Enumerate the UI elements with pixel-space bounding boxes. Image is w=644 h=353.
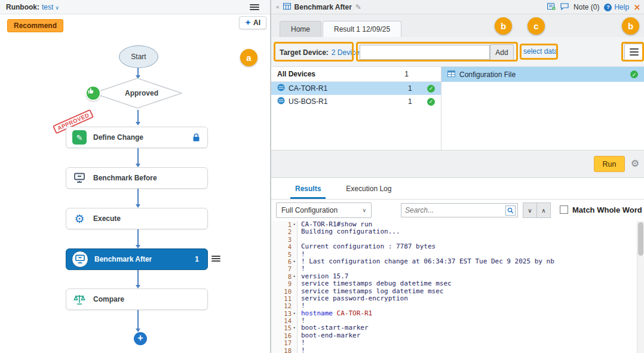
node-menu-icon[interactable] bbox=[211, 254, 220, 263]
runbook-label: Runbook: bbox=[6, 3, 39, 11]
annotation-letter-b: b bbox=[622, 17, 639, 35]
vertical-scrollbar[interactable] bbox=[637, 221, 644, 353]
add-device-button[interactable]: Add bbox=[490, 44, 514, 60]
configuration-file-row[interactable]: Configuration File bbox=[441, 67, 644, 82]
node-benchmark-before[interactable]: Benchmark Before bbox=[66, 167, 208, 189]
target-device-dropdown[interactable]: Target Device: 2 Devices bbox=[276, 44, 372, 61]
device-icon bbox=[277, 84, 285, 93]
feedback-icon[interactable] bbox=[560, 3, 569, 12]
flow-arrow bbox=[137, 310, 139, 329]
node-start[interactable]: Start bbox=[119, 45, 158, 68]
detail-panel-title: Benchmark After bbox=[295, 3, 352, 11]
add-device-input[interactable] bbox=[360, 45, 490, 60]
results-tab-bar: Results Execution Log bbox=[271, 178, 644, 199]
schedule-icon[interactable] bbox=[547, 2, 556, 12]
all-devices-label: All Devices bbox=[277, 70, 404, 78]
node-execute[interactable]: Execute bbox=[66, 208, 208, 229]
flow-arrow bbox=[137, 270, 139, 285]
run-bar: Run bbox=[271, 151, 644, 178]
configuration-file-label: Configuration File bbox=[459, 70, 626, 79]
node-result-count-badge: 1 bbox=[195, 255, 199, 263]
node-compare-label: Compare bbox=[93, 295, 124, 303]
runbook-name-dropdown[interactable]: test bbox=[42, 3, 59, 11]
node-benchmark-after[interactable]: Benchmark After 1 bbox=[66, 248, 208, 270]
search-box bbox=[401, 203, 518, 217]
node-define-change[interactable]: Define Change bbox=[66, 127, 208, 148]
node-benchmark-before-label: Benchmark Before bbox=[93, 174, 157, 182]
tab-execution-log[interactable]: Execution Log bbox=[336, 178, 401, 199]
device-name: CA-TOR-R1 bbox=[289, 84, 404, 93]
node-detail-panel: Benchmark After Note (0) Help Home Resul… bbox=[271, 0, 644, 353]
help-label: Help bbox=[614, 3, 629, 11]
device-result-count: 1 bbox=[408, 84, 424, 93]
node-start-label: Start bbox=[131, 53, 146, 61]
runbook-panel: Runbook: test Recommend AI Start bbox=[0, 0, 271, 353]
device-list: All Devices 1 CA-TOR-R1 1 US-BOS-R1 bbox=[271, 67, 441, 150]
help-button[interactable]: Help bbox=[604, 3, 629, 11]
search-input[interactable] bbox=[401, 206, 505, 214]
annotation-letter-c: c bbox=[528, 17, 545, 35]
benchmark-after-icon bbox=[72, 251, 88, 268]
note-button[interactable]: Note (0) bbox=[574, 3, 599, 11]
device-result-panel: All Devices 1 CA-TOR-R1 1 US-BOS-R1 bbox=[271, 67, 644, 151]
view-dropdown[interactable]: Full Configuration bbox=[276, 202, 372, 218]
code-line: 15▾boot-start-marker bbox=[271, 324, 644, 331]
runbook-header: Runbook: test bbox=[0, 0, 270, 14]
app-window: Runbook: test Recommend AI Start bbox=[0, 0, 644, 353]
define-change-icon bbox=[72, 130, 87, 145]
match-whole-word-label: Match Whole Word bbox=[572, 205, 642, 214]
search-icon[interactable] bbox=[505, 205, 516, 216]
execute-icon bbox=[72, 211, 87, 226]
close-panel-icon[interactable] bbox=[634, 3, 640, 12]
result-filter-bar: Full Configuration ∨ ∧ Match Whole Word bbox=[271, 199, 644, 221]
code-line: 2Building configuration... bbox=[271, 228, 644, 235]
select-data-link[interactable]: select data bbox=[523, 47, 558, 56]
add-node-button[interactable] bbox=[134, 332, 147, 345]
rename-icon[interactable] bbox=[355, 3, 361, 11]
toolbar-menu-button[interactable] bbox=[624, 44, 644, 60]
detail-panel-header: Benchmark After Note (0) Help bbox=[271, 0, 644, 14]
tab-result-1[interactable]: Result 1 12/09/25 bbox=[323, 21, 401, 37]
benchmark-before-icon bbox=[72, 170, 87, 186]
code-line: 13▾hostname CA-TOR-R1 bbox=[271, 310, 644, 317]
node-define-change-label: Define Change bbox=[93, 133, 143, 142]
match-whole-word-checkbox[interactable] bbox=[560, 205, 568, 214]
flow-arrow bbox=[137, 110, 139, 122]
configuration-viewer[interactable]: 1▾CA-TOR-R1#show run2Building configurat… bbox=[271, 221, 644, 353]
flow-arrow bbox=[137, 148, 139, 164]
find-previous-button[interactable]: ∧ bbox=[536, 202, 551, 218]
annotation-letter-a: a bbox=[240, 49, 257, 66]
find-next-button[interactable]: ∨ bbox=[523, 202, 537, 218]
node-approved[interactable]: Approved bbox=[93, 78, 182, 109]
device-result-count: 1 bbox=[408, 97, 424, 106]
compare-scale-icon bbox=[72, 291, 87, 307]
code-line: 6▾! Last configuration change at 06:34:3… bbox=[271, 258, 644, 265]
collapse-panel-icon[interactable] bbox=[276, 4, 280, 10]
success-check-icon bbox=[427, 85, 435, 93]
tab-results[interactable]: Results bbox=[286, 178, 330, 199]
target-device-label: Target Device: bbox=[280, 48, 329, 57]
code-line: 4Current configuration : 7787 bytes bbox=[271, 243, 644, 250]
device-row-us-bos-r1[interactable]: US-BOS-R1 1 bbox=[271, 95, 441, 108]
run-button[interactable]: Run bbox=[594, 156, 625, 172]
table-icon bbox=[447, 70, 455, 79]
code-line: 18! bbox=[271, 347, 644, 353]
code-line: 11service password-encryption bbox=[271, 295, 644, 302]
result-file-list: Configuration File bbox=[441, 67, 644, 150]
code-line: 9service timestamps debug datetime msec bbox=[271, 280, 644, 287]
all-devices-count: 1 bbox=[404, 70, 409, 78]
node-approved-label: Approved bbox=[93, 78, 182, 109]
settings-gear-icon[interactable] bbox=[631, 158, 639, 169]
device-name: US-BOS-R1 bbox=[289, 97, 404, 106]
device-row-ca-tor-r1[interactable]: CA-TOR-R1 1 bbox=[271, 82, 441, 95]
scrollbar-thumb[interactable] bbox=[638, 222, 643, 256]
node-benchmark-after-label: Benchmark After bbox=[94, 255, 152, 263]
tab-home[interactable]: Home bbox=[280, 21, 321, 37]
flow-arrow bbox=[137, 189, 139, 204]
success-check-icon bbox=[427, 98, 435, 106]
view-dropdown-value: Full Configuration bbox=[281, 206, 338, 214]
code-lines: 1▾CA-TOR-R1#show run2Building configurat… bbox=[271, 221, 644, 353]
runbook-menu-icon[interactable] bbox=[250, 3, 259, 11]
result-tab-bar: Home Result 1 12/09/25 bbox=[271, 14, 644, 37]
node-compare[interactable]: Compare bbox=[66, 288, 208, 310]
